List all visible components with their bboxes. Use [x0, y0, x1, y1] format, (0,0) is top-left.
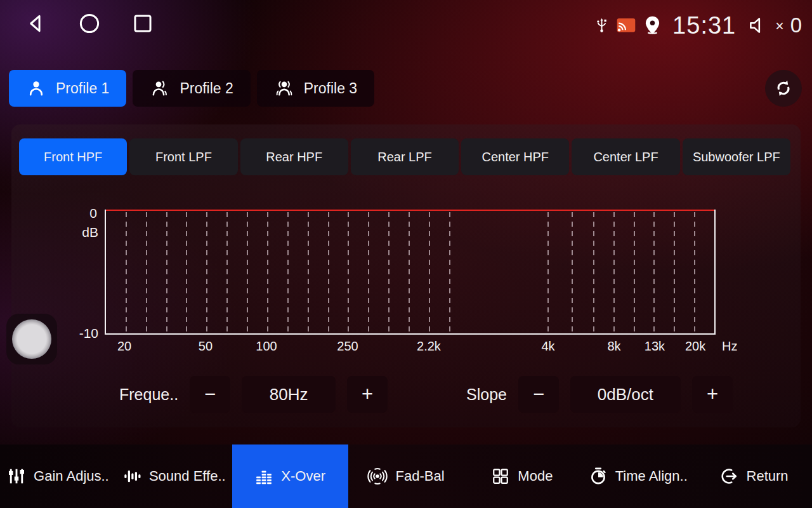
nav-fad-bal[interactable]: Fad-Bal: [348, 444, 464, 508]
grid-mode-icon: [491, 467, 510, 486]
slope-label: Slope: [466, 385, 507, 404]
tab-label: Front LPF: [155, 150, 212, 164]
chart-gridlines: [106, 212, 714, 333]
refresh-button[interactable]: [765, 70, 802, 107]
tab-subwoofer-lpf[interactable]: Subwoofer LPF: [683, 138, 790, 175]
plot-area[interactable]: [105, 210, 716, 335]
x-axis-unit: Hz: [722, 339, 737, 354]
back-icon[interactable]: [24, 11, 48, 36]
gridline: [186, 212, 187, 333]
nav-return[interactable]: Return: [696, 444, 812, 508]
knob-circle-icon: [12, 319, 51, 359]
nav-label: Gain Adjus..: [34, 468, 109, 485]
nav-sound-effects[interactable]: Sound Effe..: [116, 444, 232, 508]
nav-mode[interactable]: Mode: [464, 444, 580, 508]
gridline: [388, 212, 390, 333]
tab-front-hpf[interactable]: Front HPF: [19, 138, 127, 175]
cast-icon: [616, 17, 636, 34]
clock: 15:31: [672, 12, 736, 39]
profile-3-button[interactable]: Profile 3: [257, 70, 374, 107]
nav-label: X-Over: [281, 468, 325, 485]
gridline: [653, 212, 655, 333]
gridline: [166, 212, 167, 333]
gridline: [368, 212, 369, 333]
nav-label: Return: [747, 468, 789, 485]
user-wave-icon: [150, 78, 170, 98]
x-tick-label: 2.2k: [417, 339, 441, 354]
slope-plus-button[interactable]: +: [692, 376, 733, 413]
volume-muted-icon[interactable]: [747, 15, 768, 36]
frequency-value: 80Hz: [242, 376, 336, 413]
frequency-minus-button[interactable]: −: [190, 376, 230, 413]
slope-value: 0dB/oct: [570, 376, 681, 413]
tab-label: Front HPF: [44, 150, 102, 164]
nav-gain-adjust[interactable]: Gain Adjus..: [0, 444, 116, 508]
gridline: [328, 212, 329, 333]
slope-control: Slope − 0dB/oct +: [466, 376, 733, 413]
gridline: [226, 212, 228, 333]
nav-time-align[interactable]: Time Align..: [580, 444, 696, 508]
user-icon: [26, 78, 46, 98]
chart-x-labels: 20501002502.2k4k8k13k20k: [105, 335, 716, 355]
gridline: [547, 212, 549, 333]
x-tick-label: 8k: [607, 339, 620, 354]
tab-rear-lpf[interactable]: Rear LPF: [351, 138, 459, 175]
frequency-control: Freque.. − 80Hz +: [119, 376, 388, 413]
gridline: [613, 212, 615, 333]
x-tick-label: 250: [337, 339, 358, 354]
y-tick-label: -10: [79, 326, 98, 341]
gridline: [308, 212, 309, 333]
tab-center-lpf[interactable]: Center LPF: [572, 138, 679, 175]
android-nav-keys: [24, 11, 155, 36]
tab-rear-hpf[interactable]: Rear HPF: [240, 138, 348, 175]
sound-effects-icon: [122, 467, 141, 486]
home-icon[interactable]: [77, 11, 102, 36]
nav-label: Mode: [518, 468, 553, 485]
sync-icon: [773, 78, 794, 98]
tab-center-hpf[interactable]: Center HPF: [461, 138, 569, 175]
slope-minus-button[interactable]: −: [518, 376, 559, 413]
gridline: [694, 212, 695, 333]
gridline: [429, 212, 430, 333]
nav-label: Sound Effe..: [149, 468, 226, 485]
profile-bar: Profile 1 Profile 2 Profile 3: [9, 70, 374, 107]
equalizer-icon: [254, 467, 273, 486]
status-icons: 15:31 × 0: [593, 8, 802, 43]
gridline: [348, 212, 349, 333]
tab-front-lpf[interactable]: Front LPF: [129, 138, 237, 175]
x-tick-label: 50: [199, 339, 213, 354]
tab-label: Center LPF: [593, 150, 658, 164]
recents-icon[interactable]: [131, 11, 155, 36]
y-tick-label: 0: [89, 206, 97, 221]
gridline: [634, 212, 635, 333]
gridline: [593, 212, 594, 333]
nav-label: Time Align..: [615, 468, 688, 485]
gridline: [206, 212, 207, 333]
gridline: [449, 212, 450, 333]
user-waves-icon: [274, 78, 294, 98]
location-icon: [642, 13, 663, 38]
filter-tabs: Front HPF Front LPF Rear HPF Rear LPF Ce…: [19, 138, 790, 175]
volume-mute-symbol: ×: [775, 18, 783, 35]
response-line: [106, 210, 714, 211]
profile-label: Profile 1: [56, 80, 109, 97]
gridline: [247, 212, 248, 333]
gridline: [267, 212, 268, 333]
floating-knob-button[interactable]: [6, 314, 57, 364]
nav-xover[interactable]: X-Over: [232, 444, 348, 508]
gridline: [287, 212, 289, 333]
frequency-plus-button[interactable]: +: [347, 376, 388, 413]
frequency-label: Freque..: [119, 385, 178, 404]
stopwatch-icon: [589, 467, 608, 486]
tab-label: Center HPF: [481, 150, 549, 164]
gridline: [146, 212, 147, 333]
fader-balance-icon: [367, 466, 388, 486]
y-axis-unit: dB: [82, 225, 98, 240]
x-tick-label: 13k: [645, 339, 665, 354]
tab-label: Rear HPF: [266, 150, 322, 164]
profile-label: Profile 2: [180, 80, 233, 97]
tab-label: Subwoofer LPF: [693, 150, 780, 164]
tab-label: Rear LPF: [377, 150, 432, 164]
profile-2-button[interactable]: Profile 2: [133, 70, 250, 107]
profile-1-button[interactable]: Profile 1: [9, 70, 126, 107]
